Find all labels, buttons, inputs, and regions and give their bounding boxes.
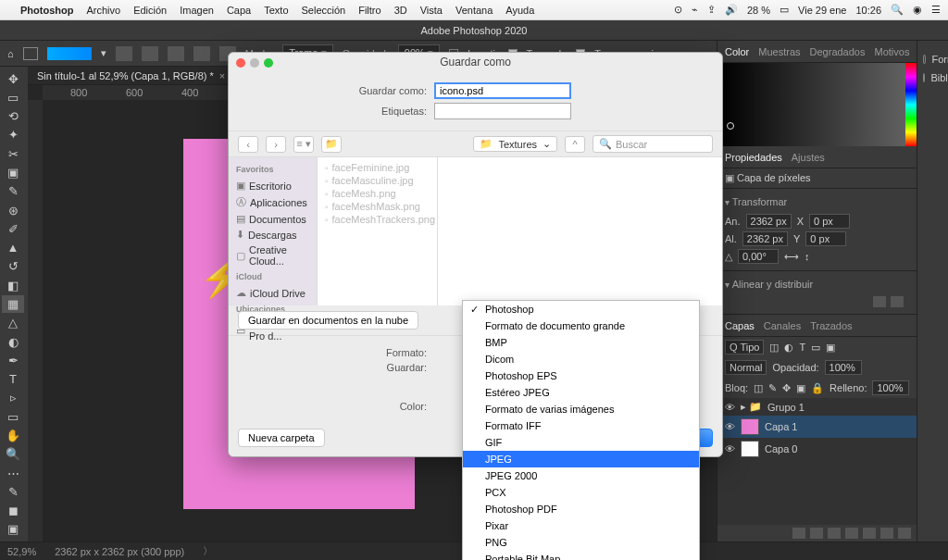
layer-item[interactable]: 👁Capa 1 xyxy=(717,416,917,438)
format-option[interactable]: Dicom xyxy=(463,351,699,367)
frame-tool[interactable]: ▣ xyxy=(2,164,24,180)
dropdown-icon[interactable]: ▾ xyxy=(101,47,106,59)
link-icon[interactable] xyxy=(792,528,805,539)
search-icon[interactable]: 🔍 xyxy=(891,4,904,16)
filter-icon[interactable]: ◐ xyxy=(784,342,793,354)
layer-thumb[interactable] xyxy=(741,441,759,457)
panel-formacion[interactable]: Formación xyxy=(923,54,948,65)
height-field[interactable]: 2362 px xyxy=(742,231,788,246)
tab-color[interactable]: Color xyxy=(725,46,749,57)
filter-icon[interactable]: T xyxy=(799,342,805,353)
filter-icon[interactable]: ▣ xyxy=(826,342,835,354)
format-option[interactable]: Photoshop EPS xyxy=(463,367,699,384)
tags-input[interactable] xyxy=(434,103,571,119)
menu-ayuda[interactable]: Ayuda xyxy=(505,5,534,16)
tab-capas[interactable]: Capas xyxy=(725,320,755,331)
flip-v-icon[interactable]: ↕ xyxy=(805,251,810,262)
eraser-tool[interactable]: ◧ xyxy=(2,277,24,293)
hand-tool[interactable]: ✋ xyxy=(2,427,24,443)
back-button[interactable]: ‹ xyxy=(238,136,258,153)
filter-kind[interactable]: Q Tipo xyxy=(725,340,764,355)
menu-ventana[interactable]: Ventana xyxy=(455,5,493,16)
lock-icon[interactable]: ✎ xyxy=(768,382,777,394)
tool-preset[interactable] xyxy=(23,47,38,60)
adj-icon[interactable] xyxy=(845,528,858,539)
grad-radial-icon[interactable] xyxy=(142,46,158,61)
more-icon[interactable]: ⋯ xyxy=(2,465,24,481)
format-option[interactable]: JPEG 2000 xyxy=(463,467,699,484)
menu-3d[interactable]: 3D xyxy=(394,5,407,16)
siri-icon[interactable]: ◉ xyxy=(913,4,922,16)
shape-tool[interactable]: ▭ xyxy=(2,408,24,425)
align-icon[interactable] xyxy=(873,296,886,307)
zoom-status[interactable]: 52,9% xyxy=(7,546,36,557)
file-item[interactable]: ▫ faceFeminine.jpg xyxy=(318,161,437,174)
file-item[interactable]: ▫ faceMeshMask.png xyxy=(318,200,437,213)
color-picker[interactable] xyxy=(717,63,917,146)
time[interactable]: 10:26 xyxy=(855,5,881,16)
date[interactable]: Vie 29 ene xyxy=(798,5,846,16)
history-brush-tool[interactable]: ↺ xyxy=(2,258,24,275)
pen-tool[interactable]: ✒ xyxy=(2,352,24,368)
lock-icon[interactable]: 🔒 xyxy=(811,382,824,394)
save-cloud-button[interactable]: Guardar en documentos en la nube xyxy=(238,311,418,330)
format-option[interactable]: Estéreo JPEG xyxy=(463,384,699,401)
close-icon[interactable]: × xyxy=(219,70,225,81)
close-window-icon[interactable] xyxy=(236,58,245,68)
marquee-tool[interactable]: ▭ xyxy=(2,89,24,106)
align-icon[interactable] xyxy=(891,296,904,307)
format-option[interactable]: Formato de documento grande xyxy=(463,317,699,334)
bluetooth-icon[interactable]: ⌁ xyxy=(692,4,698,16)
eyedropper-tool[interactable]: ✎ xyxy=(2,183,24,200)
file-item[interactable]: ▫ faceMesh.png xyxy=(318,187,437,200)
format-option[interactable]: PNG xyxy=(463,534,699,551)
blur-tool[interactable]: △ xyxy=(2,315,24,331)
view-select[interactable]: ≡ ▾ xyxy=(293,136,314,153)
zoom-window-icon[interactable] xyxy=(264,58,273,68)
visibility-icon[interactable]: 👁 xyxy=(725,443,735,454)
menu-edicion[interactable]: Edición xyxy=(133,5,167,16)
lock-icon[interactable]: ▣ xyxy=(796,382,805,394)
angle-field[interactable]: 0,00° xyxy=(738,249,779,264)
format-option[interactable]: Formato de varias imágenes xyxy=(463,401,699,417)
tab-propiedades[interactable]: Propiedades xyxy=(725,152,782,163)
stamp-tool[interactable]: ▲ xyxy=(2,240,24,256)
status-icon[interactable]: ⊙ xyxy=(674,4,682,16)
save-as-input[interactable] xyxy=(434,82,571,99)
brush-tool[interactable]: ✐ xyxy=(2,220,24,237)
format-option[interactable]: BMP xyxy=(463,334,699,351)
heal-tool[interactable]: ⊛ xyxy=(2,202,24,218)
format-option[interactable]: PCX xyxy=(463,484,699,501)
fx-icon[interactable] xyxy=(810,528,823,539)
sidebar-icloud-drive[interactable]: ☁iCloud Drive xyxy=(229,285,317,301)
format-option[interactable]: Photoshop PDF xyxy=(463,501,699,517)
file-item[interactable]: ▫ faceMasculine.jpg xyxy=(318,174,437,187)
visibility-icon[interactable]: 👁 xyxy=(725,402,735,413)
path-tool[interactable]: ▹ xyxy=(2,390,24,406)
lock-icon[interactable]: ◫ xyxy=(754,382,763,394)
trash-icon[interactable] xyxy=(898,528,911,539)
tab-degradados[interactable]: Degradados xyxy=(810,46,866,57)
filter-icon[interactable]: ▭ xyxy=(811,342,820,354)
new-folder-button[interactable]: Nueva carpeta xyxy=(238,429,325,447)
layer-item[interactable]: 👁Capa 0 xyxy=(717,438,917,460)
file-item[interactable]: ▫ faceMeshTrackers.png xyxy=(318,213,437,226)
fgbg-swatch[interactable]: ◼ xyxy=(2,502,24,518)
dims-status[interactable]: 2362 px x 2362 px (300 ppp) xyxy=(55,546,184,557)
sidebar-documentos[interactable]: ▤Documentos xyxy=(229,211,317,227)
move-tool[interactable]: ✥ xyxy=(2,70,24,87)
picker-handle[interactable] xyxy=(727,122,734,130)
app-menu[interactable]: Photoshop xyxy=(20,5,73,16)
wand-tool[interactable]: ✦ xyxy=(2,127,24,143)
layer-group[interactable]: 👁▸ 📁Grupo 1 xyxy=(717,398,917,416)
format-option[interactable]: Formato IFF xyxy=(463,417,699,434)
format-option[interactable]: JPEG xyxy=(463,451,699,467)
menu-vista[interactable]: Vista xyxy=(420,5,443,16)
tab-ajustes[interactable]: Ajustes xyxy=(792,152,825,163)
forward-button[interactable]: › xyxy=(266,136,286,153)
wifi-icon[interactable]: ⇪ xyxy=(707,4,716,16)
new-layer-icon[interactable] xyxy=(880,528,893,539)
volume-icon[interactable]: 🔊 xyxy=(725,4,738,16)
dodge-tool[interactable]: ◐ xyxy=(2,333,24,350)
menu-imagen[interactable]: Imagen xyxy=(180,5,214,16)
